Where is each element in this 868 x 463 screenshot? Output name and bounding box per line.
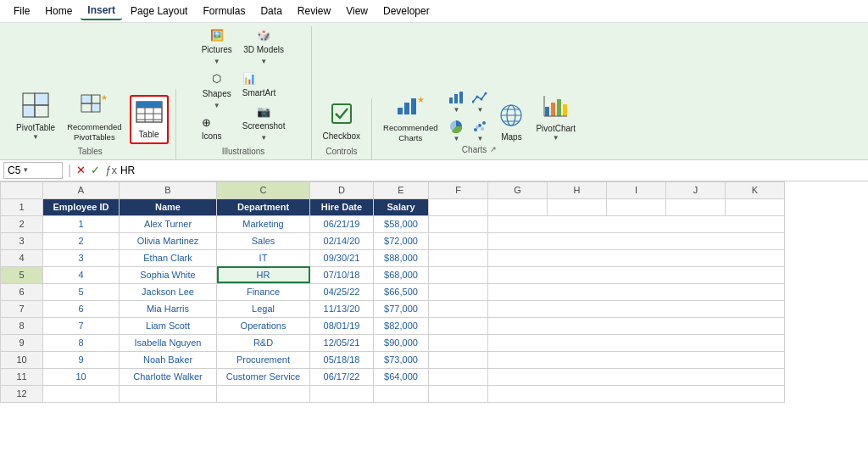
cell-e11[interactable]: $64,000 (374, 368, 429, 385)
cell-a9[interactable]: 8 (43, 334, 120, 351)
shapes-button[interactable]: ⬡ Shapes ▼ (198, 70, 236, 111)
cell-b6[interactable]: Jackson Lee (120, 283, 217, 300)
cell-e1[interactable]: Salary (374, 198, 429, 215)
cell-h1[interactable] (548, 198, 607, 215)
cell-f3[interactable] (429, 232, 488, 249)
pivot-table-button[interactable]: PivotTable ▼ (12, 90, 59, 144)
cell-f1[interactable] (429, 198, 488, 215)
cell-d2[interactable]: 06/21/19 (310, 215, 374, 232)
cell-g8[interactable] (488, 317, 785, 334)
cell-g7[interactable] (488, 300, 785, 317)
cell-e4[interactable]: $88,000 (374, 249, 429, 266)
cell-e7[interactable]: $77,000 (374, 300, 429, 317)
cell-a4[interactable]: 3 (43, 249, 120, 266)
cell-b2[interactable]: Alex Turner (120, 215, 217, 232)
cell-g11[interactable] (488, 368, 785, 385)
cell-e9[interactable]: $90,000 (374, 334, 429, 351)
cell-c6[interactable]: Finance (217, 283, 310, 300)
cell-g9[interactable] (488, 334, 785, 351)
cell-d11[interactable]: 06/17/22 (310, 368, 374, 385)
menu-view[interactable]: View (339, 3, 375, 20)
cell-k1[interactable] (726, 198, 785, 215)
cell-d5[interactable]: 07/10/18 (310, 266, 374, 283)
3d-models-button[interactable]: 🎲 3D Models ▼ (239, 26, 289, 68)
smartart-button[interactable]: 📊 SmartArt (239, 70, 289, 100)
cell-d4[interactable]: 09/30/21 (310, 249, 374, 266)
line-chart-button[interactable]: ▼ (469, 89, 491, 116)
cell-c5[interactable]: HR (217, 266, 310, 283)
cell-g3[interactable] (488, 232, 785, 249)
formula-cancel-icon[interactable]: ✕ (76, 164, 86, 176)
menu-file[interactable]: File (7, 3, 36, 20)
cell-c7[interactable]: Legal (217, 300, 310, 317)
cell-j1[interactable] (666, 198, 726, 215)
menu-insert[interactable]: Insert (81, 2, 122, 20)
cell-f8[interactable] (429, 317, 488, 334)
menu-review[interactable]: Review (291, 3, 337, 20)
cell-b1[interactable]: Name (120, 198, 217, 215)
cell-g6[interactable] (488, 283, 785, 300)
pivot-chart-button[interactable]: PivotChart ▼ (531, 92, 580, 145)
col-header-h[interactable]: H (548, 181, 607, 198)
cell-b7[interactable]: Mia Harris (120, 300, 217, 317)
charts-expand-icon[interactable]: ↗ (490, 145, 497, 153)
cell-f11[interactable] (429, 368, 488, 385)
cell-c12[interactable] (217, 385, 310, 402)
table-button[interactable]: Table (130, 95, 169, 144)
cell-a6[interactable]: 5 (43, 283, 120, 300)
menu-developer[interactable]: Developer (376, 3, 437, 20)
name-box[interactable]: C5 ▼ (3, 162, 63, 179)
cell-a1[interactable]: Employee ID (43, 198, 120, 215)
cell-b5[interactable]: Sophia White (120, 266, 217, 283)
formula-insert-function-icon[interactable]: ƒx (105, 164, 117, 176)
cell-b12[interactable] (120, 385, 217, 402)
cell-e3[interactable]: $72,000 (374, 232, 429, 249)
cell-d8[interactable]: 08/01/19 (310, 317, 374, 334)
cell-g10[interactable] (488, 351, 785, 368)
recommended-charts-button[interactable]: ★ RecommendedCharts (379, 90, 442, 145)
recommended-pivottables-button[interactable]: ★ RecommendedPivotTables (63, 89, 125, 144)
cell-c4[interactable]: IT (217, 249, 310, 266)
formula-input[interactable] (120, 165, 865, 176)
maps-button[interactable]: Maps (494, 101, 528, 145)
cell-a12[interactable] (43, 385, 120, 402)
cell-e5[interactable]: $68,000 (374, 266, 429, 283)
cell-a8[interactable]: 7 (43, 317, 120, 334)
col-header-f[interactable]: F (429, 181, 488, 198)
pie-chart-button[interactable]: ▼ (445, 118, 467, 145)
menu-formulas[interactable]: Formulas (196, 3, 252, 20)
formula-confirm-icon[interactable]: ✓ (91, 164, 100, 176)
cell-c11[interactable]: Customer Service (217, 368, 310, 385)
icons-button[interactable]: ⊕ Icons (198, 114, 236, 144)
menu-page-layout[interactable]: Page Layout (124, 3, 194, 20)
cell-c2[interactable]: Marketing (217, 215, 310, 232)
cell-g12[interactable] (488, 385, 785, 402)
cell-f4[interactable] (429, 249, 488, 266)
cell-b4[interactable]: Ethan Clark (120, 249, 217, 266)
cell-b11[interactable]: Charlotte Walker (120, 368, 217, 385)
cell-e6[interactable]: $66,500 (374, 283, 429, 300)
cell-f7[interactable] (429, 300, 488, 317)
cell-e8[interactable]: $82,000 (374, 317, 429, 334)
column-chart-button[interactable]: ▼ (445, 89, 467, 116)
cell-d10[interactable]: 05/18/18 (310, 351, 374, 368)
screenshot-button[interactable]: 📷 Screenshot ▼ (239, 103, 289, 144)
col-header-k[interactable]: K (726, 181, 785, 198)
spreadsheet-container[interactable]: A B C D E F G H I J K 1 Employee ID (0, 181, 868, 463)
col-header-d[interactable]: D (310, 181, 374, 198)
cell-f10[interactable] (429, 351, 488, 368)
cell-f2[interactable] (429, 215, 488, 232)
col-header-i[interactable]: I (607, 181, 666, 198)
cell-b8[interactable]: Liam Scott (120, 317, 217, 334)
cell-a2[interactable]: 1 (43, 215, 120, 232)
checkbox-button[interactable]: Checkbox (319, 98, 364, 144)
cell-c9[interactable]: R&D (217, 334, 310, 351)
col-header-a[interactable]: A (43, 181, 120, 198)
cell-a7[interactable]: 6 (43, 300, 120, 317)
cell-c8[interactable]: Operations (217, 317, 310, 334)
cell-f6[interactable] (429, 283, 488, 300)
cell-f12[interactable] (429, 385, 488, 402)
cell-e2[interactable]: $58,000 (374, 215, 429, 232)
cell-e10[interactable]: $73,000 (374, 351, 429, 368)
cell-c1[interactable]: Department (217, 198, 310, 215)
